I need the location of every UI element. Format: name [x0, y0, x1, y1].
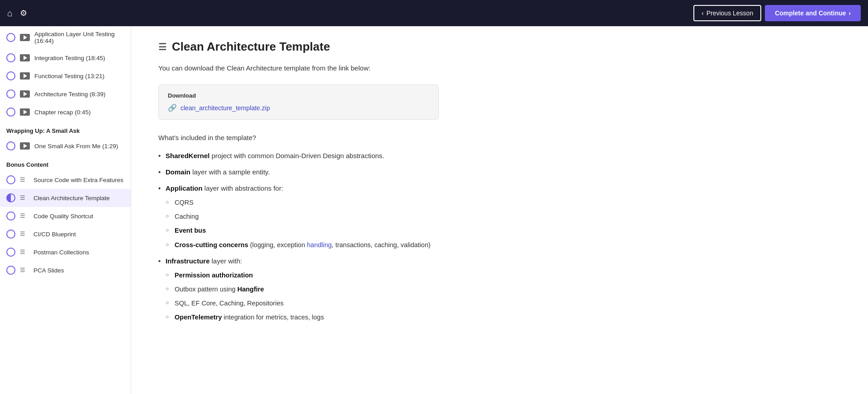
completion-circle-half: [6, 193, 15, 202]
sub-item-crosscutting: Cross-cutting concerns (logging, excepti…: [166, 240, 841, 250]
sub-text: SQL, EF Core, Caching, Repositories: [175, 300, 284, 307]
completion-circle: [6, 230, 15, 239]
doc-icon: ☰: [20, 212, 29, 220]
completion-circle: [6, 33, 15, 42]
sub-item-telemetry: OpenTelemetry integration for metrics, t…: [166, 312, 841, 323]
completion-circle: [6, 211, 15, 220]
list-item-application: Application layer with abstractions for:…: [158, 183, 841, 250]
bold-text: Cross-cutting concerns: [175, 241, 248, 249]
sidebar-item-app-layer[interactable]: Application Layer Unit Testing (16:44): [0, 26, 131, 49]
completion-circle: [6, 266, 15, 275]
settings-icon[interactable]: ⚙: [20, 8, 27, 18]
bold-text: Application: [166, 184, 203, 192]
item-text: layer with abstractions for:: [204, 184, 283, 192]
sidebar-item-pca-slides[interactable]: ☰ PCA Slides: [0, 261, 131, 279]
bold-text: Event bus: [175, 227, 206, 234]
sidebar-item-label: Source Code with Extra Features: [33, 177, 123, 183]
sidebar-item-label: Functional Testing (13:21): [34, 73, 104, 80]
top-navigation: ⌂ ⚙ ‹ Previous Lesson Complete and Conti…: [0, 0, 868, 26]
download-link[interactable]: 🔗 clean_architecture_template.zip: [168, 103, 429, 112]
content-intro: You can download the Clean Architecture …: [158, 63, 841, 74]
doc-icon: ☰: [20, 194, 29, 202]
doc-icon: ☰: [20, 249, 29, 256]
doc-icon: ☰: [20, 176, 29, 183]
sub-item-cqrs: CQRS: [166, 197, 841, 208]
video-icon: [20, 90, 30, 98]
complete-label: Complete and Continue: [775, 9, 846, 17]
infrastructure-sub-list: Permission authorization Outbox pattern …: [166, 270, 841, 323]
completion-circle: [6, 71, 15, 80]
sidebar-item-functional[interactable]: Functional Testing (13:21): [0, 67, 131, 85]
sidebar-item-label: Architecture Testing (8:39): [34, 91, 105, 98]
link-icon: 🔗: [168, 103, 177, 112]
sidebar-item-architecture-testing[interactable]: Architecture Testing (8:39): [0, 85, 131, 103]
completion-circle: [6, 248, 15, 257]
prev-label: Previous Lesson: [707, 9, 754, 17]
section-bonus-content: Bonus Content: [0, 155, 131, 171]
chevron-left-icon: ‹: [702, 9, 704, 17]
sidebar-item-code-quality[interactable]: ☰ Code Quality Shortcut: [0, 207, 131, 225]
completion-circle: [6, 175, 15, 184]
completion-circle: [6, 89, 15, 98]
video-icon: [20, 72, 30, 80]
nav-right: ‹ Previous Lesson Complete and Continue …: [693, 5, 861, 21]
bold-text: Domain: [166, 168, 190, 176]
sidebar-item-small-ask[interactable]: One Small Ask From Me (1:29): [0, 137, 131, 155]
sub-text: Caching: [175, 213, 199, 220]
sidebar-item-source-code[interactable]: ☰ Source Code with Extra Features: [0, 171, 131, 189]
sidebar-item-chapter-recap[interactable]: Chapter recap (0:45): [0, 103, 131, 121]
application-sub-list: CQRS Caching Event bus Cross-cutting con…: [166, 197, 841, 250]
bold-text: OpenTelemetry: [175, 314, 222, 321]
sidebar-item-label: One Small Ask From Me (1:29): [34, 143, 118, 150]
link-text: handling: [307, 241, 332, 249]
home-icon[interactable]: ⌂: [7, 8, 13, 19]
download-box: Download 🔗 clean_architecture_template.z…: [158, 84, 439, 120]
sub-text-2: , transactions, caching, validation): [332, 241, 430, 249]
download-filename: clean_architecture_template.zip: [180, 104, 270, 112]
sidebar-item-integration[interactable]: Integration Testing (18:45): [0, 49, 131, 67]
sidebar-item-label: Clean Architecture Template: [33, 195, 110, 202]
list-item-domain: Domain layer with a sample entity.: [158, 167, 841, 178]
sidebar-item-label: Chapter recap (0:45): [34, 109, 91, 116]
section-wrapping-up: Wrapping Up: A Small Ask: [0, 121, 131, 137]
features-list: SharedKernel project with common Domain-…: [158, 150, 841, 323]
complete-continue-button[interactable]: Complete and Continue ›: [765, 5, 861, 21]
sidebar-item-label: Code Quality Shortcut: [33, 213, 93, 220]
sidebar-item-label: PCA Slides: [33, 267, 64, 274]
bold-text: Permission authorization: [175, 272, 253, 279]
bold-text: SharedKernel: [166, 152, 210, 159]
sidebar-item-clean-arch[interactable]: ☰ Clean Architecture Template: [0, 189, 131, 207]
completion-circle: [6, 141, 15, 150]
menu-lines-icon: ☰: [158, 42, 166, 52]
item-text: layer with:: [212, 257, 242, 265]
sidebar: Application Layer Unit Testing (16:44) I…: [0, 26, 131, 394]
download-label: Download: [168, 92, 429, 99]
video-icon: [20, 108, 30, 116]
video-icon: [20, 142, 30, 150]
list-item-sharedkernel: SharedKernel project with common Domain-…: [158, 150, 841, 161]
main-content: ☰ Clean Architecture Template You can do…: [131, 26, 868, 394]
sub-text: (logging, exception: [250, 241, 307, 249]
whats-included-label: What's included in the template?: [158, 132, 841, 143]
sub-item-caching: Caching: [166, 211, 841, 222]
sub-item-outbox: Outbox pattern using Hangfire: [166, 284, 841, 295]
nav-left: ⌂ ⚙: [7, 8, 27, 19]
sidebar-item-label: Postman Collections: [33, 249, 89, 256]
page-title: ☰ Clean Architecture Template: [158, 40, 841, 54]
sidebar-item-label: Integration Testing (18:45): [34, 55, 105, 61]
sidebar-item-label: Application Layer Unit Testing (16:44): [34, 31, 124, 44]
sidebar-item-postman[interactable]: ☰ Postman Collections: [0, 243, 131, 261]
doc-icon: ☰: [20, 230, 29, 238]
sidebar-item-cicd[interactable]: ☰ CI/CD Blueprint: [0, 225, 131, 243]
bold-text: Infrastructure: [166, 257, 210, 265]
video-icon: [20, 34, 30, 41]
video-icon: [20, 54, 30, 61]
sidebar-item-label: CI/CD Blueprint: [33, 231, 76, 238]
completion-circle: [6, 53, 15, 62]
previous-lesson-button[interactable]: ‹ Previous Lesson: [693, 5, 761, 21]
sub-item-eventbus: Event bus: [166, 225, 841, 236]
doc-icon: ☰: [20, 267, 29, 274]
list-item-infrastructure: Infrastructure layer with: Permission au…: [158, 256, 841, 323]
sub-text: CQRS: [175, 199, 194, 206]
sub-text: integration for metrics, traces, logs: [224, 314, 324, 321]
